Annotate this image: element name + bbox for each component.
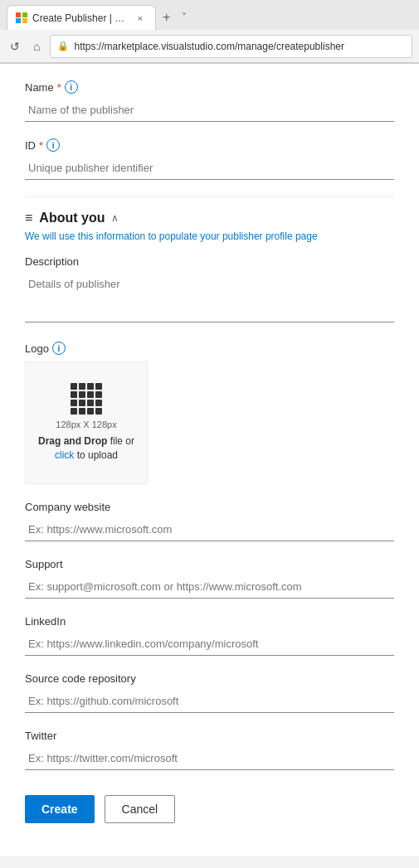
description-label-text: Description bbox=[25, 255, 79, 268]
linkedin-input[interactable] bbox=[25, 633, 394, 656]
about-section-header: ≡ About you ∧ bbox=[25, 211, 394, 225]
name-input[interactable] bbox=[25, 99, 394, 122]
section-divider bbox=[25, 196, 394, 197]
linkedin-field-group: LinkedIn bbox=[25, 615, 394, 656]
source-code-field-group: Source code repository bbox=[25, 672, 394, 713]
logo-info-icon[interactable]: i bbox=[52, 342, 66, 355]
source-code-input[interactable] bbox=[25, 690, 394, 713]
name-required: * bbox=[57, 81, 61, 94]
source-code-label: Source code repository bbox=[25, 672, 394, 685]
logo-drag-suffix: file or bbox=[107, 435, 134, 447]
id-required: * bbox=[39, 139, 43, 152]
logo-grid-icon bbox=[71, 383, 102, 415]
cancel-button[interactable]: Cancel bbox=[105, 795, 176, 823]
logo-field-group: Logo i 128px X 128px Drag and Drop file … bbox=[25, 342, 394, 484]
id-info-icon[interactable]: i bbox=[46, 138, 60, 152]
logo-label-text: Logo bbox=[25, 342, 49, 355]
reload-button[interactable]: ↺ bbox=[7, 36, 23, 56]
company-website-field-group: Company website bbox=[25, 501, 394, 541]
company-website-label-text: Company website bbox=[25, 501, 110, 513]
logo-drag-text: Drag and Drop file or click to upload bbox=[38, 434, 134, 463]
about-section-chevron[interactable]: ∧ bbox=[111, 212, 119, 224]
twitter-label: Twitter bbox=[25, 730, 394, 742]
about-subtitle: We will use this information to populate… bbox=[25, 230, 394, 242]
home-button[interactable]: ⌂ bbox=[30, 36, 43, 56]
twitter-label-text: Twitter bbox=[25, 730, 56, 742]
tab-bar: Create Publisher | Visua × + ˅ bbox=[0, 0, 419, 30]
support-field-group: Support bbox=[25, 558, 394, 599]
new-tab-button[interactable]: + bbox=[156, 8, 177, 27]
logo-upload-area[interactable]: 128px X 128px Drag and Drop file or clic… bbox=[25, 361, 148, 484]
browser-chrome: Create Publisher | Visua × + ˅ ↺ ⌂ 🔒 htt… bbox=[0, 0, 419, 64]
id-label: ID * i bbox=[25, 138, 394, 152]
address-bar-row: ↺ ⌂ 🔒 https://marketplace.visualstudio.c… bbox=[0, 30, 419, 63]
name-info-icon[interactable]: i bbox=[65, 80, 78, 94]
description-textarea[interactable] bbox=[25, 273, 394, 322]
twitter-input[interactable] bbox=[25, 747, 394, 770]
company-website-input[interactable] bbox=[25, 518, 394, 541]
support-label-text: Support bbox=[25, 558, 63, 570]
button-row: Create Cancel bbox=[25, 795, 394, 823]
lock-icon: 🔒 bbox=[57, 41, 69, 51]
logo-size-text: 128px X 128px bbox=[56, 419, 116, 429]
description-label: Description bbox=[25, 255, 394, 268]
twitter-field-group: Twitter bbox=[25, 730, 394, 770]
support-label: Support bbox=[25, 558, 394, 570]
name-label: Name * i bbox=[25, 80, 394, 94]
create-button[interactable]: Create bbox=[25, 795, 95, 823]
company-website-label: Company website bbox=[25, 501, 394, 513]
linkedin-label: LinkedIn bbox=[25, 615, 394, 628]
logo-label: Logo i bbox=[25, 342, 394, 355]
tab-chevron[interactable]: ˅ bbox=[177, 10, 192, 25]
name-field-group: Name * i bbox=[25, 80, 394, 122]
address-box[interactable]: 🔒 https://marketplace.visualstudio.com/m… bbox=[50, 35, 412, 58]
tab-title: Create Publisher | Visua bbox=[32, 12, 129, 24]
logo-drag-bold: Drag and Drop bbox=[38, 435, 107, 447]
id-label-text: ID bbox=[25, 139, 36, 152]
description-field-group: Description bbox=[25, 255, 394, 325]
page-content: Name * i ID * i ≡ About you ∧ We will us… bbox=[0, 64, 419, 856]
about-section-title: About you bbox=[39, 211, 105, 225]
linkedin-label-text: LinkedIn bbox=[25, 615, 66, 628]
tab-favicon bbox=[16, 12, 27, 24]
name-label-text: Name bbox=[25, 81, 54, 94]
source-code-label-text: Source code repository bbox=[25, 672, 136, 685]
about-section-icon: ≡ bbox=[25, 211, 32, 225]
active-tab[interactable]: Create Publisher | Visua × bbox=[7, 5, 156, 30]
logo-click-suffix: to upload bbox=[74, 449, 118, 461]
support-input[interactable] bbox=[25, 575, 394, 599]
logo-click-link[interactable]: click bbox=[55, 449, 74, 461]
id-input[interactable] bbox=[25, 157, 394, 180]
id-field-group: ID * i bbox=[25, 138, 394, 180]
address-url: https://marketplace.visualstudio.com/man… bbox=[74, 41, 405, 52]
tab-close-button[interactable]: × bbox=[134, 12, 147, 25]
